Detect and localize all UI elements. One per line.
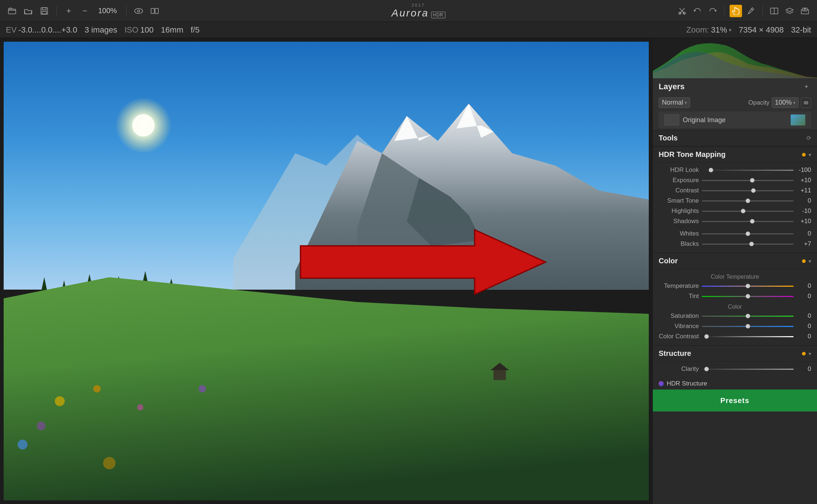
- iso-status: ISO 100: [124, 25, 154, 35]
- blacks-thumb[interactable]: [749, 242, 754, 246]
- presets-bar[interactable]: Presets: [653, 390, 817, 411]
- tint-label: Tint: [659, 293, 699, 300]
- hdr-look-label: HDR Look: [659, 166, 699, 174]
- new-folder-icon[interactable]: [6, 5, 18, 17]
- svg-point-24: [93, 385, 101, 392]
- ev-status: EV -3.0....0.0....+3.0: [6, 25, 77, 35]
- opacity-control: Opacity 100% ▾: [748, 97, 811, 108]
- highlights-thumb[interactable]: [741, 209, 745, 213]
- export-icon[interactable]: [799, 5, 811, 17]
- smart-tone-thumb[interactable]: [746, 199, 750, 203]
- top-toolbar: + − 100% 2017 Aurora HDR: [0, 0, 817, 22]
- hdr-section-controls: ▾: [802, 152, 811, 158]
- highlights-slider[interactable]: [702, 211, 794, 212]
- exposure-thumb[interactable]: [750, 178, 754, 183]
- svg-marker-31: [490, 363, 509, 370]
- compare-icon[interactable]: [768, 5, 780, 17]
- subtract-icon[interactable]: −: [79, 5, 91, 17]
- vibrance-thumb[interactable]: [746, 324, 750, 328]
- vibrance-slider[interactable]: [702, 326, 794, 327]
- color-contrast-label: Color Contrast: [659, 333, 699, 340]
- contrast-value: +11: [797, 187, 811, 194]
- contrast-thumb[interactable]: [751, 188, 756, 193]
- layers-header: Layers +: [653, 78, 817, 95]
- temperature-thumb[interactable]: [746, 284, 750, 288]
- open-folder-icon[interactable]: [22, 5, 34, 17]
- hdr-title: HDR Tone Mapping: [659, 150, 726, 159]
- color-contrast-slider[interactable]: [702, 336, 794, 337]
- color-chevron: ▾: [809, 258, 811, 264]
- canvas-area[interactable]: [0, 38, 652, 504]
- cut-icon[interactable]: [676, 5, 688, 17]
- tools-header[interactable]: Tools ⟳: [653, 130, 817, 146]
- layers-stack-icon[interactable]: [783, 5, 796, 17]
- clarity-label: Clarity: [659, 365, 699, 373]
- hand-tool-btn[interactable]: [730, 5, 742, 17]
- hdr-structure-row: HDR Structure: [653, 378, 817, 390]
- brush-tool-btn[interactable]: [745, 5, 757, 17]
- layers-add-button[interactable]: +: [802, 82, 811, 91]
- exposure-slider[interactable]: [702, 180, 794, 181]
- whites-slider[interactable]: [702, 233, 794, 234]
- divider-1: [56, 6, 57, 16]
- hdr-look-thumb[interactable]: [709, 168, 713, 172]
- saturation-slider[interactable]: [702, 316, 794, 317]
- blacks-slider[interactable]: [702, 244, 794, 245]
- eye-icon[interactable]: [132, 5, 145, 17]
- shadows-value: +10: [797, 218, 811, 225]
- iso-value: 100: [140, 25, 154, 35]
- clarity-thumb[interactable]: [704, 367, 709, 371]
- bit-depth: 32-bit: [791, 25, 811, 35]
- toolbar-right: [676, 5, 811, 17]
- opacity-label: Opacity: [748, 99, 769, 106]
- ev-value: -3.0....0.0....+3.0: [18, 25, 77, 35]
- clarity-value: 0: [797, 365, 811, 373]
- contrast-slider[interactable]: [702, 190, 794, 191]
- divider-4: [763, 6, 763, 16]
- refresh-icon[interactable]: ⟳: [806, 135, 811, 142]
- undo-icon[interactable]: [691, 5, 704, 17]
- svg-point-29: [103, 457, 116, 469]
- tint-slider[interactable]: [702, 296, 794, 297]
- layer-item[interactable]: Original Image: [659, 112, 811, 128]
- zoom-chevron: ▾: [729, 27, 731, 33]
- structure-section-controls: ▾: [802, 351, 811, 357]
- blend-mode-dropdown[interactable]: Normal ▾: [659, 97, 690, 108]
- shadows-slider[interactable]: [702, 221, 794, 222]
- iso-label: ISO: [124, 25, 138, 35]
- save-icon[interactable]: [38, 5, 50, 17]
- redo-icon[interactable]: [707, 5, 719, 17]
- structure-section: Structure ▾ Clarity 0 HDR S: [653, 345, 817, 390]
- structure-header[interactable]: Structure ▾: [653, 346, 817, 362]
- shadows-thumb[interactable]: [750, 219, 754, 223]
- svg-point-23: [55, 396, 65, 406]
- bit-depth-status: 32-bit: [791, 25, 811, 35]
- split-view-icon[interactable]: [148, 5, 161, 17]
- zoom-label: Zoom:: [686, 25, 709, 35]
- hdr-section-header[interactable]: HDR Tone Mapping ▾: [653, 147, 817, 163]
- layer-name: Original Image: [683, 116, 787, 124]
- clarity-slider[interactable]: [702, 369, 794, 370]
- add-icon[interactable]: +: [63, 5, 75, 17]
- temperature-row: Temperature 0: [659, 281, 811, 291]
- hdr-look-slider[interactable]: [702, 170, 794, 171]
- whites-thumb[interactable]: [746, 232, 750, 236]
- color-header[interactable]: Color ▾: [653, 253, 817, 269]
- svg-marker-18: [106, 276, 131, 330]
- temperature-slider[interactable]: [702, 286, 794, 287]
- zoom-status[interactable]: Zoom: 31% ▾: [686, 25, 731, 35]
- color-sliders: Color Temperature Temperature 0 Tint 0: [653, 269, 817, 345]
- saturation-thumb[interactable]: [746, 314, 750, 318]
- svg-point-25: [37, 422, 46, 430]
- opacity-value-display[interactable]: 100% ▾: [772, 97, 799, 108]
- tint-thumb[interactable]: [746, 294, 750, 298]
- highlights-value: -10: [797, 207, 811, 215]
- color-contrast-thumb[interactable]: [704, 334, 709, 339]
- smart-tone-slider[interactable]: [702, 200, 794, 202]
- svg-rect-3: [42, 11, 46, 14]
- layers-menu-button[interactable]: [801, 98, 811, 108]
- opacity-value: 100%: [775, 99, 792, 106]
- logo-name: Aurora: [391, 7, 429, 19]
- vibrance-row: Vibrance 0: [659, 321, 811, 331]
- svg-marker-19: [134, 271, 157, 321]
